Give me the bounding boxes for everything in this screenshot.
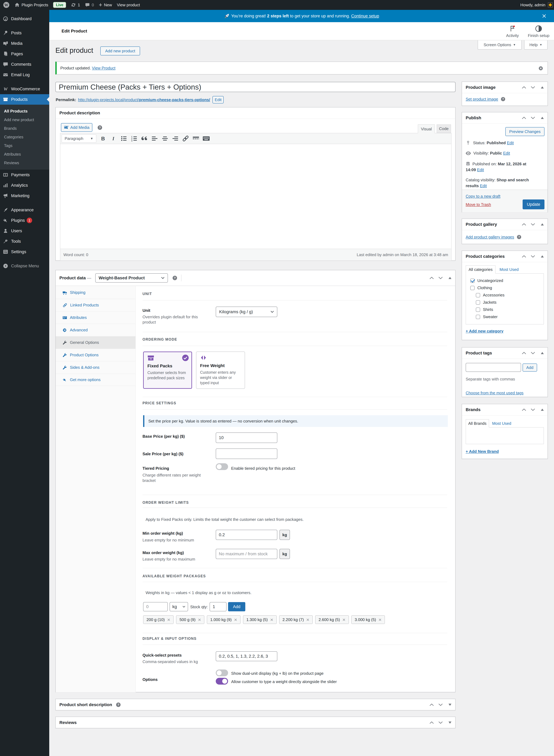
svg-text:?: ? <box>174 276 176 280</box>
svg-text:$: $ <box>5 173 6 176</box>
svg-text:?: ? <box>99 126 101 129</box>
svg-text:?: ? <box>502 97 504 101</box>
svg-text:?: ? <box>117 703 119 706</box>
svg-text:W: W <box>4 3 8 7</box>
svg-text:?: ? <box>518 235 520 238</box>
svg-text:3: 3 <box>131 140 132 142</box>
